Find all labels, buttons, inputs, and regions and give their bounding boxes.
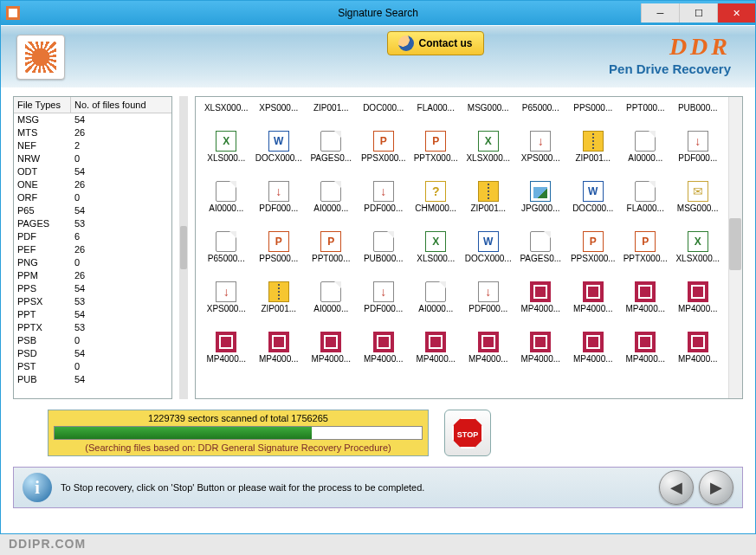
file-type-row[interactable]: NRW0: [14, 152, 171, 165]
file-item[interactable]: PPT000...: [620, 100, 671, 113]
back-button[interactable]: ◀: [659, 470, 694, 505]
file-item[interactable]: DOCX000...: [463, 215, 514, 263]
file-type-row[interactable]: PSB0: [14, 334, 171, 347]
file-item[interactable]: MP4000...: [306, 315, 357, 364]
file-item[interactable]: PUB000...: [359, 215, 410, 263]
file-item[interactable]: PPSX000...: [359, 114, 410, 163]
file-item[interactable]: XLSX000...: [463, 114, 514, 163]
file-item[interactable]: PUB000...: [673, 100, 724, 113]
file-item[interactable]: MP4000...: [410, 315, 462, 364]
file-item[interactable]: MP4000...: [568, 315, 619, 364]
file-item[interactable]: PDF000...: [254, 165, 305, 213]
file-type-row[interactable]: MSG54: [14, 113, 171, 126]
file-item[interactable]: MP4000...: [359, 315, 410, 364]
minimize-button[interactable]: ─: [641, 3, 679, 23]
file-item[interactable]: MSG000...: [463, 100, 514, 113]
maximize-button[interactable]: ☐: [679, 3, 717, 23]
file-type-row[interactable]: ODT54: [14, 165, 171, 178]
file-item[interactable]: PPTX000...: [620, 215, 671, 263]
file-item[interactable]: PDF000...: [359, 265, 410, 313]
file-type-row[interactable]: PPM26: [14, 269, 171, 282]
next-button[interactable]: ▶: [699, 470, 733, 505]
file-icon: [635, 181, 656, 202]
svg-rect-1: [9, 9, 17, 17]
file-item[interactable]: MP4000...: [515, 265, 566, 313]
file-item[interactable]: XLS000...: [410, 215, 462, 263]
file-type-row[interactable]: ONE26: [14, 178, 171, 191]
file-item[interactable]: MP4000...: [254, 315, 305, 364]
file-item[interactable]: XPS000...: [201, 265, 252, 313]
scroll-thumb[interactable]: [729, 218, 741, 270]
file-item[interactable]: FLA000...: [620, 165, 671, 213]
file-item[interactable]: MP4000...: [201, 315, 252, 364]
file-type-row[interactable]: NEF2: [14, 139, 171, 152]
file-item[interactable]: DOC000...: [568, 165, 619, 213]
file-type-row[interactable]: PPS54: [14, 282, 171, 295]
file-type-row[interactable]: PPSX53: [14, 295, 171, 308]
file-item[interactable]: CHM000...: [410, 165, 462, 213]
contact-us-button[interactable]: Contact us: [387, 31, 484, 55]
file-item[interactable]: PDF000...: [673, 114, 724, 163]
file-grid[interactable]: XLSX000...XPS000...ZIP001...DOC000...FLA…: [201, 100, 723, 364]
file-item[interactable]: PDF000...: [359, 165, 410, 213]
file-item[interactable]: FLA000...: [410, 100, 462, 113]
file-icon: [373, 181, 394, 202]
file-item[interactable]: JPG000...: [515, 165, 566, 213]
file-item[interactable]: XLSX000...: [201, 100, 252, 113]
brand: DDR Pen Drive Recovery: [609, 33, 731, 75]
file-item[interactable]: ZIP001...: [463, 165, 514, 213]
file-item[interactable]: AI0000...: [410, 265, 462, 313]
file-item[interactable]: ZIP001...: [254, 265, 305, 313]
file-item[interactable]: MP4000...: [673, 265, 724, 313]
file-item[interactable]: AI0000...: [620, 114, 671, 163]
file-types-list[interactable]: MSG54MTS26NEF2NRW0ODT54ONE26ORF0P6554PAG…: [14, 113, 171, 398]
file-item[interactable]: PAGES0...: [306, 114, 357, 163]
file-item[interactable]: AI0000...: [201, 165, 252, 213]
file-item[interactable]: MP4000...: [463, 315, 514, 364]
file-type-row[interactable]: PAGES53: [14, 217, 171, 230]
file-type-row[interactable]: PSD54: [14, 347, 171, 360]
file-item[interactable]: PDF000...: [463, 265, 514, 313]
file-item[interactable]: MP4000...: [568, 265, 619, 313]
file-item[interactable]: PPS000...: [254, 215, 305, 263]
file-item[interactable]: MP4000...: [673, 315, 724, 364]
file-item[interactable]: AI0000...: [306, 165, 357, 213]
file-item[interactable]: XPS000...: [254, 100, 305, 113]
file-type-row[interactable]: PNG0: [14, 256, 171, 269]
file-item[interactable]: MP4000...: [515, 315, 566, 364]
file-item[interactable]: PPSX000...: [568, 215, 619, 263]
file-item[interactable]: PPS000...: [568, 100, 619, 113]
file-item[interactable]: ZIP001...: [568, 114, 619, 163]
col-header-count[interactable]: No. of files found: [71, 97, 171, 113]
file-type-row[interactable]: PEF26: [14, 243, 171, 256]
file-type-row[interactable]: P6554: [14, 204, 171, 217]
splitter[interactable]: [179, 96, 188, 399]
stop-button[interactable]: [444, 410, 491, 456]
file-item[interactable]: P65000...: [201, 215, 252, 263]
file-item[interactable]: MP4000...: [620, 265, 671, 313]
file-item[interactable]: PPTX000...: [410, 114, 462, 163]
file-type-row[interactable]: PPTX53: [14, 321, 171, 334]
file-item[interactable]: MP4000...: [620, 315, 671, 364]
file-item[interactable]: XPS000...: [515, 114, 566, 163]
file-item[interactable]: P65000...: [515, 100, 566, 113]
file-item[interactable]: DOCX000...: [254, 114, 305, 163]
file-item[interactable]: XLSX000...: [673, 215, 724, 263]
file-type-row[interactable]: PPT54: [14, 308, 171, 321]
file-scrollbar[interactable]: [728, 97, 742, 398]
file-type-row[interactable]: PUB54: [14, 373, 171, 386]
file-item[interactable]: PAGES0...: [515, 215, 566, 263]
file-type-row[interactable]: PST0: [14, 360, 171, 373]
file-item[interactable]: DOC000...: [359, 100, 410, 113]
file-item[interactable]: PPT000...: [306, 215, 357, 263]
file-item[interactable]: MSG000...: [673, 165, 724, 213]
col-header-type[interactable]: File Types: [14, 97, 71, 113]
close-button[interactable]: ✕: [717, 3, 755, 23]
file-type-row[interactable]: MTS26: [14, 126, 171, 139]
file-item[interactable]: XLS000...: [201, 114, 252, 163]
info-icon: i: [23, 473, 52, 502]
file-type-row[interactable]: ORF0: [14, 191, 171, 204]
file-type-row[interactable]: PDF6: [14, 230, 171, 243]
file-item[interactable]: AI0000...: [306, 265, 357, 313]
file-item[interactable]: ZIP001...: [306, 100, 357, 113]
